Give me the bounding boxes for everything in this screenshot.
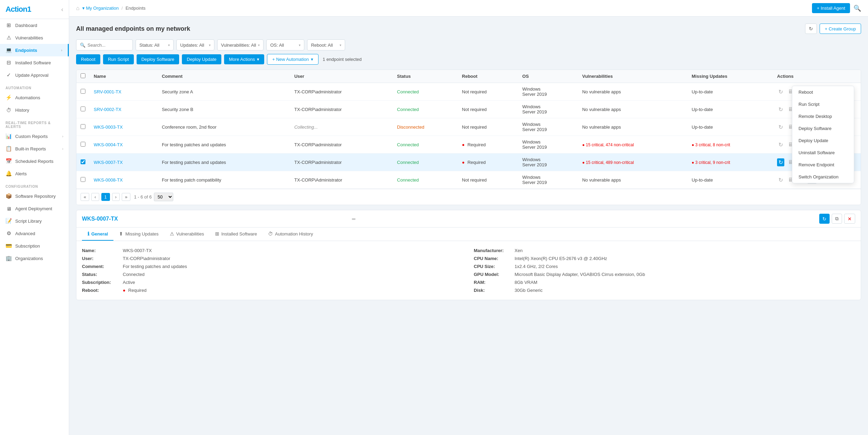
- context-menu-run-script[interactable]: Run Script: [792, 98, 854, 110]
- more-actions-button[interactable]: More Actions ▾: [224, 54, 264, 64]
- sidebar-item-endpoints[interactable]: 💻 Endpoints ›: [0, 44, 69, 56]
- sidebar-item-custom-reports[interactable]: 📊 Custom Reports ›: [0, 130, 69, 142]
- detail-refresh-button[interactable]: ↻: [819, 214, 830, 224]
- sidebar-item-alerts[interactable]: 🔔 Alerts: [0, 167, 69, 180]
- vulnerabilities-icon: ⚠: [6, 35, 12, 41]
- row-checkbox[interactable]: [81, 89, 85, 94]
- endpoint-link[interactable]: WKS-0007-TX: [94, 160, 123, 165]
- sidebar-item-agent-deployment[interactable]: 🖥 Agent Deployment: [0, 202, 69, 215]
- context-menu-remote-desktop[interactable]: Remote Desktop: [792, 110, 854, 122]
- context-menu-remove-endpoint[interactable]: Remove Endpoint: [792, 159, 854, 171]
- org-selector[interactable]: ▾ My Organization: [82, 6, 119, 11]
- create-group-button[interactable]: + Create Group: [820, 24, 861, 34]
- col-comment: Comment: [158, 70, 290, 83]
- custom-reports-icon: 📊: [6, 133, 12, 139]
- tab-general-label: General: [91, 231, 108, 237]
- run-script-button[interactable]: Run Script: [103, 54, 134, 64]
- sidebar-item-organizations[interactable]: 🏢 Organizations: [0, 252, 69, 265]
- scheduled-reports-icon: 📅: [6, 158, 12, 164]
- first-page-button[interactable]: «: [81, 193, 89, 201]
- home-icon[interactable]: ⌂: [76, 5, 80, 11]
- row-checkbox[interactable]: [81, 177, 85, 182]
- tab-general[interactable]: ℹ General: [82, 228, 113, 241]
- sidebar-item-script-library[interactable]: 📝 Script Library: [0, 215, 69, 227]
- page-1-button[interactable]: 1: [101, 193, 110, 201]
- select-all-checkbox[interactable]: [81, 73, 85, 78]
- row-checkbox[interactable]: [81, 107, 85, 111]
- row-comment: Security zone A: [158, 83, 290, 101]
- endpoint-link[interactable]: SRV-0002-TX: [94, 107, 121, 112]
- context-menu-switch-org[interactable]: Switch Organization: [792, 171, 854, 183]
- row-checkbox[interactable]: [81, 159, 85, 164]
- context-menu-uninstall-software[interactable]: Uninstall Software: [792, 147, 854, 159]
- sidebar-item-builtin-reports[interactable]: 📋 Built-in Reports ›: [0, 142, 69, 155]
- sidebar-item-scheduled-reports[interactable]: 📅 Scheduled Reports: [0, 155, 69, 167]
- sidebar-item-label: Dashboard: [15, 23, 37, 28]
- endpoint-link[interactable]: WKS-0004-TX: [94, 142, 123, 147]
- deploy-update-button[interactable]: Deploy Update: [182, 54, 221, 64]
- updates-filter[interactable]: Updates: All ▾: [176, 39, 214, 50]
- automations-icon: ⚡: [6, 94, 12, 101]
- caret-icon: ▾: [168, 43, 170, 47]
- sidebar-item-software-repository[interactable]: 📦 Software Repository: [0, 190, 69, 202]
- detail-resize-button[interactable]: ⧉: [832, 214, 842, 224]
- endpoint-link[interactable]: SRV-0001-TX: [94, 89, 121, 94]
- detail-resize-icon[interactable]: ═: [352, 216, 355, 222]
- topbar-right: + Install Agent 🔍: [812, 3, 861, 13]
- vulnerabilities-filter[interactable]: Vulnerabilities: All ▾: [217, 39, 264, 50]
- context-menu-reboot[interactable]: Reboot: [792, 86, 854, 98]
- next-page-button[interactable]: ›: [112, 193, 120, 201]
- search-input[interactable]: [87, 43, 129, 48]
- sidebar-item-update-approval[interactable]: ✓ Update Approval: [0, 69, 69, 81]
- row-refresh-button[interactable]: ↻: [777, 105, 784, 113]
- reboot-filter[interactable]: Reboot: All ▾: [307, 39, 345, 50]
- search-box[interactable]: 🔍: [76, 39, 133, 50]
- row-refresh-button[interactable]: ↻: [777, 158, 784, 166]
- context-menu-deploy-software[interactable]: Deploy Software: [792, 122, 854, 135]
- sidebar-item-dashboard[interactable]: ⊞ Dashboard: [0, 19, 69, 31]
- automation-history-tab-icon: ⏱: [268, 231, 273, 237]
- row-refresh-button[interactable]: ↻: [777, 141, 784, 149]
- last-page-button[interactable]: »: [122, 193, 130, 201]
- detail-close-button[interactable]: ✕: [844, 214, 855, 224]
- endpoint-link[interactable]: WKS-0008-TX: [94, 177, 123, 183]
- tab-automation-history[interactable]: ⏱ Automation History: [262, 228, 318, 241]
- sidebar-item-automations[interactable]: ⚡ Automations: [0, 91, 69, 104]
- tab-installed-software[interactable]: ⊞ Installed Software: [210, 228, 262, 241]
- row-refresh-button[interactable]: ↻: [777, 123, 784, 131]
- sidebar-collapse-button[interactable]: ‹: [61, 6, 63, 13]
- sidebar-item-vulnerabilities[interactable]: ⚠ Vulnerabilities: [0, 31, 69, 44]
- sidebar: Action1 ‹ ⊞ Dashboard ⚠ Vulnerabilities …: [0, 0, 69, 435]
- sidebar-item-history[interactable]: ⏱ History: [0, 104, 69, 116]
- more-actions-label: More Actions: [229, 57, 255, 62]
- os-filter[interactable]: OS: All ▾: [266, 39, 304, 50]
- caret-icon: ▾: [299, 43, 301, 47]
- row-missing-updates: Up-to-date: [687, 118, 773, 136]
- row-refresh-button[interactable]: ↻: [777, 88, 784, 96]
- detail-content: Name: WKS-0007-TX User: TX-CORP\administ…: [76, 241, 861, 300]
- search-icon[interactable]: 🔍: [853, 4, 861, 12]
- context-menu-deploy-update[interactable]: Deploy Update: [792, 135, 854, 147]
- organizations-icon: 🏢: [6, 255, 12, 261]
- row-reboot: Not required: [458, 83, 518, 101]
- caret-icon: ▾: [258, 43, 260, 47]
- sidebar-item-subscription[interactable]: 💳 Subscription: [0, 240, 69, 252]
- refresh-button[interactable]: ↻: [805, 24, 817, 34]
- reboot-button[interactable]: Reboot: [76, 54, 100, 64]
- new-automation-button[interactable]: + New Automation ▾: [267, 54, 318, 65]
- deploy-software-button[interactable]: Deploy Software: [137, 54, 179, 64]
- page-size-select[interactable]: 50 100 200: [154, 193, 173, 201]
- row-checkbox[interactable]: [81, 124, 85, 129]
- tab-vulnerabilities[interactable]: ⚠ Vulnerabilities: [164, 228, 210, 241]
- row-refresh-button[interactable]: ↻: [777, 176, 784, 184]
- selected-count-label: 1 endpoint selected: [323, 57, 362, 62]
- sidebar-item-advanced[interactable]: ⚙ Advanced: [0, 227, 69, 240]
- tab-missing-updates[interactable]: ⬆ Missing Updates: [113, 228, 164, 241]
- detail-value-disk: 30Gb Generic: [515, 288, 543, 293]
- endpoint-link[interactable]: WKS-0003-TX: [94, 124, 123, 130]
- install-agent-button[interactable]: + Install Agent: [812, 3, 850, 13]
- sidebar-item-installed-software[interactable]: ⊟ Installed Software: [0, 56, 69, 69]
- status-filter[interactable]: Status: All ▾: [136, 39, 174, 50]
- row-checkbox[interactable]: [81, 142, 85, 147]
- prev-page-button[interactable]: ‹: [91, 193, 99, 201]
